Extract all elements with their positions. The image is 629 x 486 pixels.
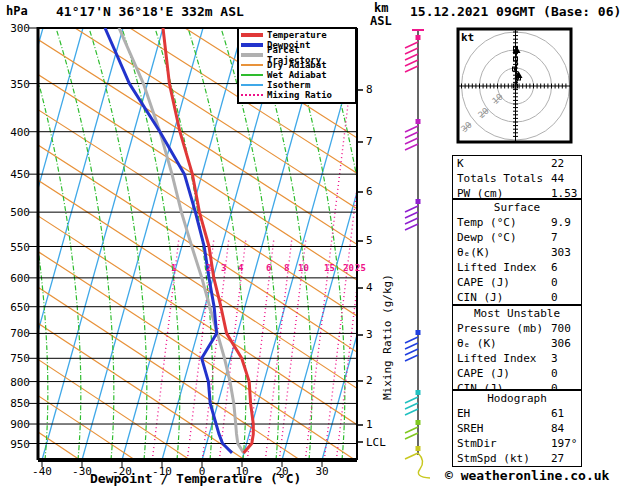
- table-row: StmDir197°: [453, 436, 581, 451]
- wet-adiabat-line: [89, 28, 147, 460]
- legend: TemperatureDewpointParcel TrajectoryDry …: [237, 27, 357, 104]
- table-row-label: CIN (J): [457, 290, 503, 305]
- km-tick-label: 2: [366, 374, 373, 387]
- asl-axis-unit: ASL: [370, 14, 392, 28]
- wind-barb-feather: [405, 343, 418, 349]
- mixing-ratio-value-label: 4: [238, 263, 243, 273]
- table-row-value: 197°: [551, 436, 578, 451]
- table-row-label: Lifted Index: [457, 260, 536, 275]
- km-tick-label: 5: [366, 234, 373, 247]
- table-row-label: θₑ(K): [457, 245, 490, 260]
- wet-adiabat-legend-swatch: [241, 74, 263, 76]
- wind-barb-feather: [405, 409, 418, 415]
- temp-tick-label: 30: [305, 465, 339, 478]
- skewt-sounding-page: hPa 41°17'N 36°18'E 332m ASL km ASL 15.1…: [0, 0, 629, 486]
- temp-tick-label: 20: [265, 465, 299, 478]
- table-row: Dewp (°C)7: [453, 230, 581, 245]
- temp-tick-label: -10: [145, 465, 179, 478]
- table-header-hodograph: Hodograph: [453, 391, 581, 406]
- table-row-label: SREH: [457, 421, 484, 436]
- pressure-tick-label: 600: [0, 272, 30, 285]
- wind-barb-level-marker: [416, 35, 421, 40]
- km-tick-label: 7: [366, 135, 373, 148]
- mixing-ratio-value-label: 20: [343, 263, 354, 273]
- table-row-label: Temp (°C): [457, 215, 517, 230]
- table-row-value: 303: [551, 245, 571, 260]
- table-row: Pressure (mb)700: [453, 321, 581, 336]
- table-most-unstable: Most UnstablePressure (mb)700θₑ (K)306Li…: [452, 305, 582, 390]
- wet-adiabat-line: [23, 28, 81, 460]
- pressure-tick-label: 500: [0, 206, 30, 219]
- wind-barb-level-marker: [416, 119, 421, 124]
- wind-barb-feather: [405, 453, 418, 459]
- table-row-label: Lifted Index: [457, 351, 536, 366]
- km-tick-label: 8: [366, 83, 373, 96]
- mixing-ratio-legend-swatch: [241, 94, 263, 96]
- wind-barb: [405, 446, 430, 478]
- table-row-value: 3: [551, 351, 558, 366]
- legend-item: Temperature: [241, 30, 355, 40]
- table-row: CAPE (J)0: [453, 366, 581, 381]
- copyright-link[interactable]: © weatheronline.co.uk: [445, 468, 609, 483]
- hodograph-unit-label: kt: [461, 31, 474, 44]
- pressure-tick-label: 350: [0, 78, 30, 91]
- table-row-label: Dewp (°C): [457, 230, 517, 245]
- temp-tick-label: 10: [225, 465, 259, 478]
- pressure-tick-label: 650: [0, 301, 30, 314]
- legend-item-label: Mixing Ratio: [267, 90, 332, 100]
- table-row-label: K: [457, 156, 464, 171]
- table-row-label: EH: [457, 406, 470, 421]
- legend-item: Parcel Trajectory: [241, 50, 355, 60]
- mixing-ratio-line: [279, 240, 305, 460]
- wind-barb-feather: [405, 337, 418, 343]
- mixing-ratio-value-label: 2: [206, 263, 211, 273]
- table-row-label: StmDir: [457, 436, 497, 451]
- wind-barb-feather: [405, 403, 418, 409]
- pressure-tick-label: 850: [0, 397, 30, 410]
- isotherm-line: [42, 28, 163, 460]
- table-row: CIN (J)0: [453, 290, 581, 305]
- table-indices: K22Totals Totals44PW (cm)1.53: [452, 155, 582, 199]
- wind-barb-feather: [405, 126, 418, 132]
- pressure-tick-label: 900: [0, 418, 30, 431]
- wind-barb-curl: [418, 453, 430, 478]
- temp-tick-label: -40: [25, 465, 59, 478]
- wet-adiabat-line: [617, 28, 629, 460]
- wind-barb-feather: [405, 138, 418, 144]
- table-row-label: Totals Totals: [457, 171, 543, 186]
- table-row-value: 306: [551, 336, 571, 351]
- table-row-label: CAPE (J): [457, 275, 510, 290]
- table-header-most-unstable: Most Unstable: [453, 306, 581, 321]
- table-row: CAPE (J)0: [453, 275, 581, 290]
- wet-adiabat-line: [584, 28, 629, 460]
- table-hodograph: HodographEH61SREH84StmDir197°StmSpd (kt)…: [452, 390, 582, 467]
- pressure-tick-label: 300: [0, 22, 30, 35]
- mixing-ratio-value-label: 15: [324, 263, 335, 273]
- pressure-tick-label: 950: [0, 438, 30, 451]
- mixing-ratio-value-label: 25: [355, 263, 366, 273]
- parcel-trajectory-legend-swatch: [241, 53, 263, 57]
- wind-barb-feather: [405, 355, 418, 361]
- mixing-ratio-value-label: 6: [266, 263, 271, 273]
- legend-item-label: Isotherm: [267, 80, 310, 90]
- pressure-tick-label: 400: [0, 126, 30, 139]
- km-tick-label: 6: [366, 185, 373, 198]
- temp-tick-label: -30: [65, 465, 99, 478]
- table-row-value: 61: [551, 406, 564, 421]
- table-row-value: 44: [551, 171, 564, 186]
- legend-item: Mixing Ratio: [241, 90, 355, 100]
- wind-barb-level-marker: [416, 420, 421, 425]
- legend-item-label: Dry Adiabat: [267, 60, 327, 70]
- wind-barb-feather: [405, 224, 418, 230]
- wind-barb-feather: [405, 433, 418, 439]
- table-row-value: 27: [551, 451, 564, 466]
- pressure-tick-label: 550: [0, 241, 30, 254]
- pressure-tick-label: 700: [0, 327, 30, 340]
- dry-adiabat-legend-swatch: [241, 64, 263, 66]
- page-title: 41°17'N 36°18'E 332m ASL: [56, 4, 244, 19]
- wind-barb-level-marker: [416, 390, 421, 395]
- table-row: Totals Totals44: [453, 171, 581, 186]
- table-row-value: 0: [551, 366, 558, 381]
- pressure-tick-label: 450: [0, 168, 30, 181]
- table-row: StmSpd (kt)27: [453, 451, 581, 466]
